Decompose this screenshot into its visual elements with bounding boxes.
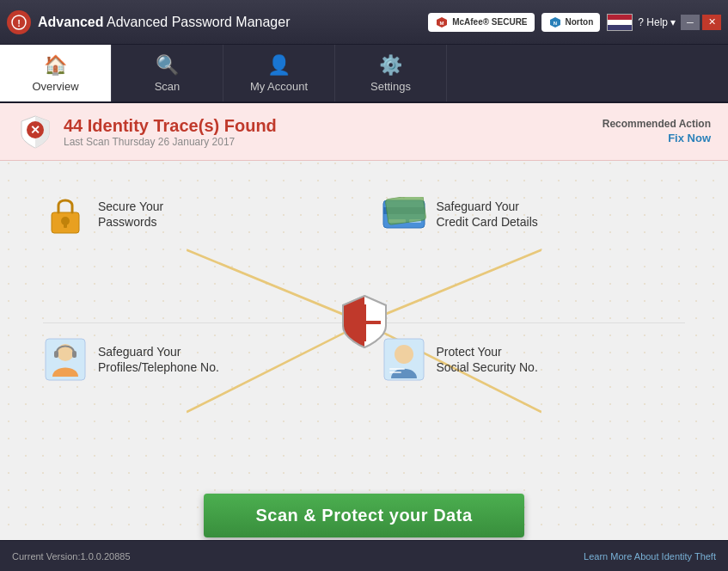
help-button[interactable]: ? Help ▾	[638, 16, 676, 28]
fix-now-link[interactable]: Fix Now	[668, 132, 711, 144]
feature-passwords: Secure YourPasswords	[26, 178, 364, 250]
title-bar-center: M McAfee® SECURE N Norton	[428, 13, 600, 32]
version-label: Current Version:1.0.0.20885	[12, 551, 131, 562]
status-bar: Current Version:1.0.0.20885 Learn More A…	[0, 540, 728, 571]
feature-creditcard: Safeguard YourCredit Card Details	[364, 178, 703, 250]
mcafee-badge: M McAfee® SECURE	[428, 13, 534, 32]
tab-myaccount[interactable]: 👤 My Account	[223, 45, 335, 101]
window-controls: ─ ✕	[681, 15, 721, 30]
app-icon: !	[7, 10, 31, 34]
svg-rect-17	[385, 197, 426, 225]
feature-ssn: Protect YourSocial Security No.	[364, 323, 703, 396]
lock-icon	[43, 192, 88, 236]
tab-overview-label: Overview	[32, 80, 78, 93]
svg-point-23	[395, 345, 413, 364]
person-icon	[43, 337, 88, 382]
alert-title: 44 Identity Trace(s) Found	[64, 116, 277, 136]
feature-profiles: Safeguard YourProfiles/Telephone No.	[26, 323, 364, 396]
tab-myaccount-label: My Account	[250, 80, 308, 93]
features-area: Secure YourPasswords Safeguard Y	[0, 161, 728, 485]
card-icon	[382, 192, 426, 236]
center-shield-wrapper	[334, 292, 395, 355]
feature-passwords-text: Secure YourPasswords	[98, 199, 163, 230]
svg-rect-20	[54, 351, 58, 358]
feature-ssn-text: Protect YourSocial Security No.	[437, 344, 538, 375]
alert-right: Recommended Action Fix Now	[603, 118, 711, 145]
tab-overview[interactable]: 🏠 Overview	[0, 45, 112, 101]
nav-bar: 🏠 Overview 🔍 Scan 👤 My Account ⚙️ Settin…	[0, 45, 728, 103]
svg-text:✕: ✕	[30, 123, 40, 137]
svg-text:M: M	[440, 21, 444, 26]
feature-profiles-text: Safeguard YourProfiles/Telephone No.	[98, 344, 219, 375]
svg-rect-21	[72, 351, 76, 358]
myaccount-icon: 👤	[267, 54, 291, 77]
scan-icon: 🔍	[156, 54, 179, 77]
title-bar: ! Advanced Advanced Password Manager M M…	[0, 0, 728, 45]
scan-protect-button[interactable]: Scan & Protect your Data	[204, 494, 523, 537]
svg-rect-12	[64, 223, 67, 228]
minimize-button[interactable]: ─	[681, 15, 700, 30]
recommended-label: Recommended Action	[603, 118, 711, 130]
alert-text: 44 Identity Trace(s) Found Last Scan Thu…	[64, 116, 277, 148]
alert-bar: ✕ 44 Identity Trace(s) Found Last Scan T…	[0, 103, 728, 161]
svg-rect-24	[389, 368, 405, 370]
alert-left: ✕ 44 Identity Trace(s) Found Last Scan T…	[17, 114, 277, 150]
app-title: Advanced Advanced Password Manager	[38, 15, 290, 30]
scan-btn-area: Scan & Protect your Data Custom Scan	[0, 485, 728, 540]
close-button[interactable]: ✕	[702, 15, 721, 30]
tab-scan-label: Scan	[155, 80, 180, 93]
settings-icon: ⚙️	[379, 54, 402, 77]
tab-settings-label: Settings	[370, 80, 411, 93]
feature-creditcard-text: Safeguard YourCredit Card Details	[437, 199, 538, 230]
svg-rect-25	[389, 371, 401, 373]
tab-settings[interactable]: ⚙️ Settings	[335, 45, 447, 101]
norton-badge: N Norton	[541, 13, 601, 32]
learn-more-link[interactable]: Learn More About Identity Theft	[584, 551, 716, 562]
title-bar-left: ! Advanced Advanced Password Manager	[7, 10, 428, 34]
alert-shield-icon: ✕	[17, 114, 53, 150]
overview-icon: 🏠	[44, 54, 67, 77]
title-bar-right: ? Help ▾ ─ ✕	[607, 14, 721, 31]
svg-text:!: !	[17, 18, 21, 28]
alert-subtitle: Last Scan Thursday 26 January 2017	[64, 136, 277, 148]
tab-scan[interactable]: 🔍 Scan	[112, 45, 223, 101]
flag-icon[interactable]	[607, 14, 633, 31]
svg-text:N: N	[553, 21, 556, 26]
main-content: ✕ 44 Identity Trace(s) Found Last Scan T…	[0, 103, 728, 540]
